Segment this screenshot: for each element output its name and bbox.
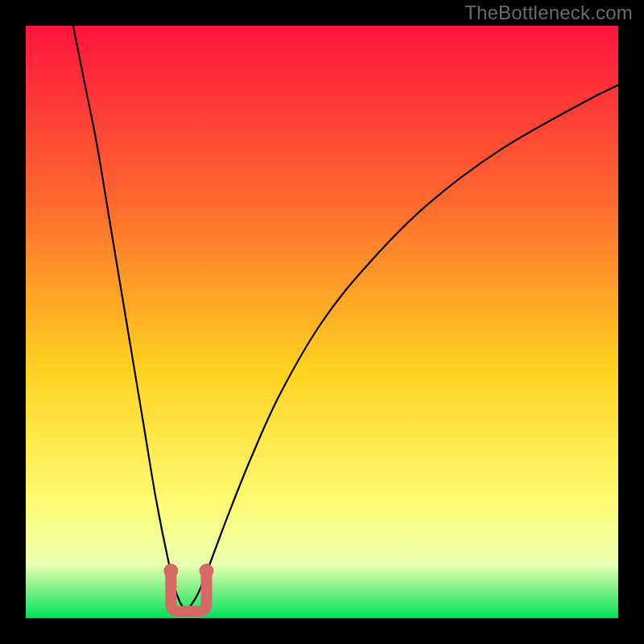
- range-marker-left: [163, 564, 178, 578]
- range-marker-right: [199, 564, 213, 578]
- chart-frame: TheBottleneck.com: [0, 0, 644, 644]
- chart-plot-area: [26, 26, 618, 618]
- watermark-text: TheBottleneck.com: [464, 2, 633, 24]
- chart-svg: [26, 26, 618, 618]
